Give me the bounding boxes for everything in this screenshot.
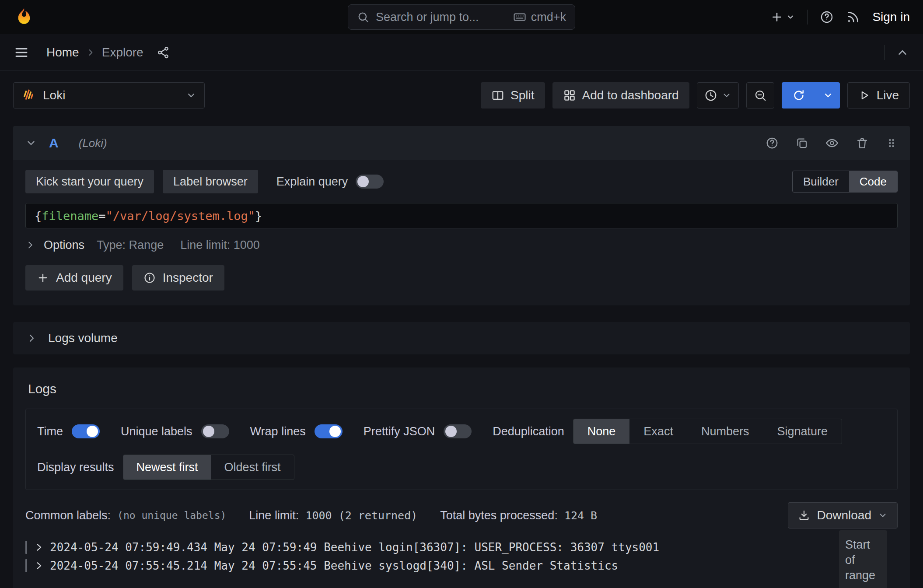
common-labels-value: (no unique labels) [117, 510, 226, 521]
code-mode-button[interactable]: Code [849, 171, 897, 192]
log-line: 2024-05-24 07:59:49.434 May 24 07:59:49 … [50, 541, 659, 554]
log-row[interactable]: 2024-05-24 07:59:49.434 May 24 07:59:49 … [25, 538, 898, 556]
share-icon[interactable] [157, 46, 170, 59]
chevron-down-icon [786, 13, 795, 21]
inspector-label: Inspector [163, 271, 213, 285]
explain-query-label: Explain query [276, 175, 348, 189]
run-query-button[interactable] [782, 82, 816, 108]
editor-mode-group: Builder Code [792, 171, 898, 192]
time-toggle[interactable] [72, 424, 100, 438]
logs-controls: Time Unique labels Wrap lines Prettify J… [25, 409, 898, 490]
keyboard-icon [513, 10, 526, 24]
unique-labels-label: Unique labels [121, 425, 192, 438]
oldest-first-option[interactable]: Oldest first [211, 455, 294, 480]
live-label: Live [877, 88, 899, 102]
split-button[interactable]: Split [481, 82, 545, 108]
log-rows: 2024-05-24 07:59:49.434 May 24 07:59:49 … [25, 538, 898, 575]
explore-toolbar: Loki Split [0, 82, 923, 108]
label-browser-button[interactable]: Label browser [163, 170, 258, 193]
start-of-range-marker[interactable]: Start of range [839, 530, 887, 588]
split-icon [491, 89, 504, 102]
drag-handle-icon[interactable] [885, 137, 898, 149]
chevron-down-icon [186, 90, 196, 101]
sign-in-link[interactable]: Sign in [872, 10, 910, 24]
prettify-json-label: Prettify JSON [364, 425, 435, 438]
builder-mode-button[interactable]: Builder [793, 171, 849, 192]
query-ref-id[interactable]: A [49, 136, 59, 150]
query-help-icon[interactable] [766, 136, 779, 150]
inspector-button[interactable]: Inspector [132, 265, 224, 290]
search-box[interactable]: Search or jump to... cmd+k [348, 4, 575, 30]
chevron-down-icon[interactable] [25, 137, 37, 149]
query-code-input[interactable]: {filename="/var/log/system.log"} [25, 203, 898, 228]
query-row-header: A (Loki) [13, 126, 910, 160]
query-datasource-hint: (Loki) [79, 136, 107, 150]
unique-labels-toggle[interactable] [201, 424, 229, 438]
datasource-picker[interactable]: Loki [13, 82, 205, 108]
total-bytes-value: 124 B [564, 509, 597, 522]
common-labels-label: Common labels: [25, 509, 111, 522]
download-button[interactable]: Download [788, 502, 898, 528]
kick-start-query-button[interactable]: Kick start your query [25, 170, 154, 193]
dedup-option-exact[interactable]: Exact [629, 419, 687, 444]
add-query-label: Add query [56, 271, 112, 285]
loki-query-expression: {filename="/var/log/system.log"} [35, 209, 262, 223]
duplicate-query-icon[interactable] [795, 136, 808, 150]
dedup-option-signature[interactable]: Signature [763, 419, 842, 444]
breadcrumb-home[interactable]: Home [46, 46, 79, 60]
search-shortcut: cmd+k [531, 10, 566, 24]
add-to-dashboard-label: Add to dashboard [582, 88, 679, 102]
log-row[interactable]: 2024-05-24 07:55:45.214 May 24 07:55:45 … [25, 556, 898, 575]
remove-query-trash-icon[interactable] [856, 136, 869, 150]
query-open-brace: { [35, 209, 42, 223]
breadcrumb-bar: Home Explore [0, 34, 923, 71]
dedup-option-numbers[interactable]: Numbers [687, 419, 763, 444]
chevron-down-icon [823, 90, 833, 101]
breadcrumb-divider [884, 45, 885, 60]
refresh-icon [792, 89, 805, 102]
add-query-button[interactable]: Add query [25, 265, 123, 290]
add-to-dashboard-button[interactable]: Add to dashboard [552, 82, 689, 108]
options-label: Options [44, 238, 84, 252]
news-rss-icon[interactable] [846, 10, 860, 24]
menu-hamburger-icon[interactable] [14, 45, 29, 60]
live-button[interactable]: Live [847, 82, 910, 108]
zoom-out-button[interactable] [746, 82, 774, 108]
wrap-lines-label: Wrap lines [250, 425, 306, 438]
log-level-bar [25, 541, 27, 554]
datasource-name: Loki [43, 88, 65, 102]
new-menu-button[interactable] [770, 10, 795, 24]
help-icon[interactable] [820, 10, 834, 24]
chevron-right-icon[interactable] [35, 543, 43, 552]
hide-query-eye-icon[interactable] [825, 136, 839, 150]
logs-volume-title: Logs volume [48, 331, 118, 345]
grafana-logo-icon[interactable] [13, 6, 35, 28]
collapse-top-icon[interactable] [896, 46, 909, 59]
chevron-right-icon [25, 240, 35, 250]
query-editor-panel: A (Loki) [13, 126, 910, 305]
chevron-right-icon [26, 333, 37, 343]
query-label-name: filename [42, 209, 98, 223]
display-results-label: Display results [37, 461, 114, 474]
dashboard-grid-icon [563, 89, 576, 102]
newest-first-option[interactable]: Newest first [123, 455, 211, 480]
wrap-lines-toggle[interactable] [315, 424, 343, 438]
deduplication-label: Deduplication [493, 425, 564, 438]
query-options-row[interactable]: Options Type: Range Line limit: 1000 [25, 228, 898, 262]
dedup-option-none[interactable]: None [573, 419, 630, 444]
prettify-json-toggle[interactable] [444, 424, 472, 438]
deduplication-group: None Exact Numbers Signature [573, 419, 842, 444]
explain-query-toggle[interactable] [356, 175, 384, 189]
options-type-summary: Type: Range [97, 238, 164, 252]
query-toolbar: Kick start your query Label browser Expl… [25, 170, 898, 193]
time-range-picker[interactable] [697, 82, 739, 108]
run-query-interval-dropdown[interactable] [816, 82, 840, 108]
plus-icon [37, 272, 49, 284]
logs-volume-section[interactable]: Logs volume [13, 322, 910, 354]
options-line-limit-summary: Line limit: 1000 [180, 238, 260, 252]
time-label: Time [37, 425, 63, 438]
plus-icon [770, 10, 783, 24]
line-limit-label: Line limit: [249, 509, 299, 522]
search-icon [357, 11, 369, 23]
chevron-right-icon[interactable] [35, 561, 43, 570]
